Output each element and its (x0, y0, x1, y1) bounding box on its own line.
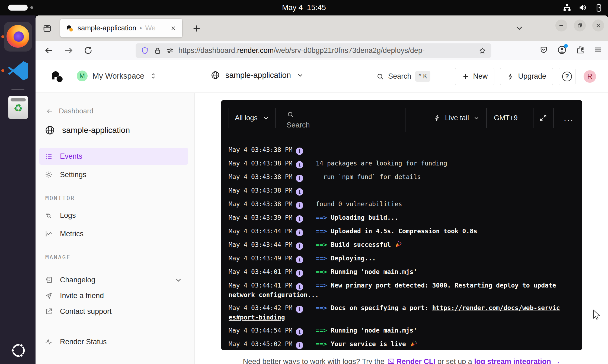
extensions-puzzle-icon[interactable] (575, 45, 585, 55)
info-icon: i (296, 256, 303, 263)
service-title-label: sample-application (62, 126, 130, 135)
new-tab-button[interactable] (190, 22, 203, 35)
invite-label: Invite a friend (60, 292, 104, 300)
log-row: May 4 03:44:41 PMi==> New primary port d… (229, 281, 561, 299)
dock-item-firefox[interactable] (4, 22, 32, 52)
sidebar-item-changelog[interactable]: Changelog (39, 272, 188, 288)
sidebar: Dashboard sample-application Events Sett… (36, 93, 195, 364)
changelog-label: Changelog (60, 276, 95, 284)
sidebar-item-render-status[interactable]: Render Status (39, 334, 188, 349)
log-arrow-icon: ==> (316, 327, 331, 334)
chevron-down-icon (174, 276, 183, 284)
log-row: May 4 03:43:44 PMi==> Build successful (229, 240, 561, 250)
live-tail-dropdown[interactable]: Live tail (427, 108, 487, 128)
log-timestamp: May 4 03:43:44 PM (229, 241, 292, 248)
timezone-label: GMT+9 (494, 114, 517, 122)
reload-button[interactable] (83, 46, 93, 55)
arrow-left-icon (46, 107, 53, 115)
tab-close-icon[interactable] (170, 25, 177, 32)
help-button[interactable]: ? (559, 68, 575, 85)
workspace-name: My Workspace (92, 72, 144, 81)
system-clock[interactable]: May 4 15:45 (0, 3, 608, 12)
info-icon: i (296, 175, 303, 182)
back-button[interactable] (44, 46, 54, 55)
user-avatar[interactable]: R (584, 70, 596, 83)
log-stream-link[interactable]: log stream integration → (474, 357, 560, 364)
log-row: May 4 03:44:42 PMi==> Docs on specifying… (229, 304, 561, 322)
info-icon: i (296, 328, 303, 336)
lightning-icon (507, 73, 514, 80)
render-logo[interactable] (50, 69, 64, 84)
info-icon: i (296, 202, 303, 209)
window-minimize-button[interactable] (555, 20, 567, 31)
log-timestamp: May 4 03:45:02 PM (229, 340, 292, 347)
workspace-selector[interactable]: M My Workspace (77, 71, 157, 81)
log-timestamp: May 4 03:43:38 PM (229, 187, 292, 194)
log-filter-dropdown[interactable]: All logs (229, 108, 276, 128)
dock-item-vscode[interactable] (5, 58, 31, 84)
search-shortcut-kbd: ^ K (415, 71, 431, 82)
global-search[interactable]: Search ^ K (376, 71, 430, 82)
sidebar-item-contact-support[interactable]: Contact support (39, 304, 188, 319)
browser-tab[interactable]: sample-application • We (60, 19, 182, 37)
expand-logs-button[interactable] (533, 108, 553, 128)
info-icon: i (296, 283, 303, 290)
info-icon: i (296, 215, 303, 223)
upgrade-button[interactable]: Upgrade (500, 68, 553, 85)
sidebar-item-events[interactable]: Events (39, 148, 188, 165)
log-arrow-icon: ==> (316, 214, 331, 221)
timezone-button[interactable]: GMT+9 (487, 108, 525, 128)
firefox-view-icon[interactable] (41, 22, 54, 35)
log-row: May 4 03:45:02 PMi==> Your service is li… (229, 340, 561, 349)
bookmark-star-icon[interactable] (478, 47, 487, 55)
service-selector[interactable]: sample-application (211, 71, 304, 80)
log-overflow-menu[interactable]: ... (564, 113, 574, 123)
sidebar-item-logs[interactable]: Logs (39, 207, 188, 224)
main-content: All logs Search Live tail (195, 93, 608, 364)
log-message: run `npm fund` for details (316, 173, 421, 180)
app-header: M My Workspace sample-application Search… (36, 60, 608, 93)
volume-icon[interactable] (578, 3, 587, 12)
tracking-protection-shield-icon[interactable] (140, 46, 149, 55)
list-all-tabs-icon[interactable] (514, 23, 524, 33)
metrics-label: Metrics (60, 230, 84, 238)
sidebar-item-invite[interactable]: Invite a friend (39, 288, 188, 303)
new-button[interactable]: New (455, 68, 494, 85)
window-close-button[interactable] (592, 20, 604, 31)
url-bar[interactable]: https://dashboard.render.com/web/srv-d0b… (136, 43, 491, 58)
render-cli-link[interactable]: Render CLI (396, 357, 436, 364)
sidebar-back-dashboard[interactable]: Dashboard (46, 107, 189, 115)
vscode-running-dot (1, 69, 4, 72)
ubuntu-logo-icon[interactable] (10, 342, 27, 359)
sidebar-section-manage: MANAGE (45, 254, 189, 261)
window-restore-button[interactable] (574, 20, 586, 31)
pocket-icon[interactable] (539, 45, 548, 55)
settings-label: Settings (60, 171, 87, 179)
forward-button[interactable] (64, 46, 73, 55)
log-arrow-icon: ==> (316, 268, 331, 275)
changelog-icon (45, 276, 53, 284)
sidebar-item-metrics[interactable]: Metrics (39, 225, 188, 242)
battery-charging-icon[interactable] (594, 3, 603, 12)
log-search-input[interactable]: Search (282, 108, 405, 132)
log-message: 14 packages are looking for funding (316, 160, 447, 167)
contact-support-label: Contact support (60, 307, 112, 316)
log-row: May 4 03:43:44 PMi==> Uploaded in 4.5s. … (229, 227, 561, 236)
log-message: ==> Uploading build... (316, 214, 398, 221)
sidebar-item-settings[interactable]: Settings (39, 166, 188, 183)
log-timestamp: May 4 03:43:49 PM (229, 255, 292, 262)
log-panel: All logs Search Live tail (221, 100, 582, 350)
menu-hamburger-icon[interactable] (593, 45, 603, 55)
log-row: May 4 03:44:01 PMi==> Running 'node main… (229, 267, 561, 277)
plus-icon (462, 73, 469, 80)
account-button[interactable] (557, 45, 567, 55)
lock-icon[interactable] (153, 47, 162, 55)
log-timestamp: May 4 03:43:39 PM (229, 214, 292, 221)
permissions-icon[interactable] (166, 47, 174, 55)
log-row: May 4 03:43:38 PMi run `npm fund` for de… (229, 173, 561, 182)
info-icon: i (296, 242, 303, 250)
network-tree-icon[interactable] (562, 3, 572, 12)
log-timestamp: May 4 03:44:41 PM (229, 282, 292, 289)
dock-item-trash[interactable]: ♻ (8, 96, 28, 119)
tab-strip: sample-application • We (36, 15, 608, 41)
